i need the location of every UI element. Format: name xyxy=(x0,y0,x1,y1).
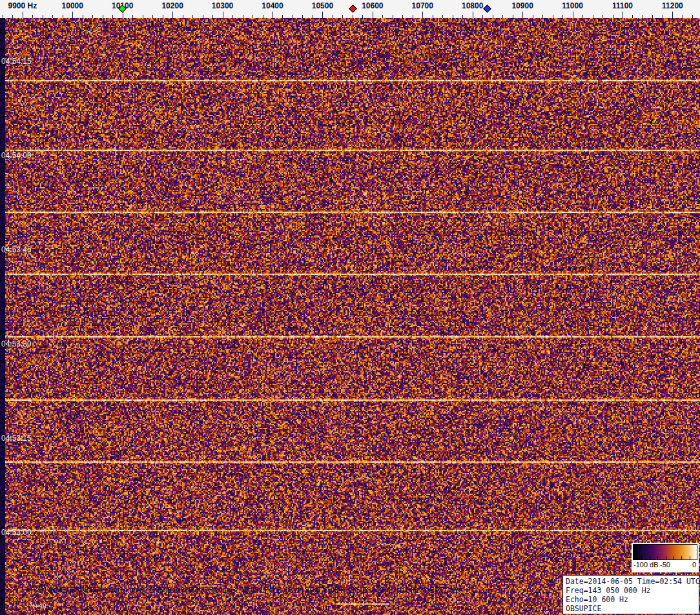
freq-tick-label: 9900 Hz xyxy=(8,1,37,10)
freq-tick-label: 11100 xyxy=(612,1,633,10)
freq-tick xyxy=(23,12,23,18)
freq-tick-label: 10800 xyxy=(462,1,483,10)
db-scale-ticks xyxy=(633,556,697,560)
freq-tick-label: 10700 xyxy=(412,1,433,10)
db-scale-labels: -100 dB -50 0 xyxy=(633,560,697,570)
freq-tick-label: 11200 xyxy=(662,1,683,10)
freq-tick-label: 10600 xyxy=(362,1,383,10)
freq-tick xyxy=(672,12,673,18)
time-label: 04:54:00 xyxy=(1,151,32,160)
freq-tick-label: 11000 xyxy=(562,1,583,10)
time-label: 04:53:15 xyxy=(1,434,32,443)
freq-tick-label: 10200 xyxy=(161,1,183,10)
freq-tick xyxy=(422,12,423,18)
freq-tick xyxy=(573,12,573,18)
freq-tick-label: 10000 xyxy=(62,1,83,10)
info-freq-line: Freq=143 050 000 Hz xyxy=(566,586,699,595)
frequency-axis: 9900 Hz100001010010200103001040010500106… xyxy=(0,0,700,18)
info-date-line: Date=2014-06-05 Time=02:54 UTC xyxy=(566,577,699,586)
time-label: 04:53:45 xyxy=(1,245,32,254)
info-station-line: OBSUPICE xyxy=(566,604,699,613)
waterfall-display[interactable] xyxy=(0,18,700,615)
observation-info-box: Date=2014-06-05 Time=02:54 UTC Freq=143 … xyxy=(562,575,699,614)
db-gradient-bar xyxy=(633,544,697,560)
freq-tick xyxy=(123,12,123,18)
freq-tick xyxy=(373,12,373,18)
freq-tick xyxy=(623,12,623,18)
db-label-max: 0 xyxy=(692,561,696,569)
freq-tick xyxy=(273,12,273,18)
db-label-min: -100 dB xyxy=(633,561,659,569)
freq-tick xyxy=(72,12,73,18)
db-scale-legend: -100 dB -50 0 xyxy=(632,543,699,572)
time-label: 04:54:15 xyxy=(1,57,32,66)
time-label: 04:53:30 xyxy=(1,339,32,348)
freq-tick xyxy=(322,12,323,18)
freq-tick-label: 10400 xyxy=(262,1,283,10)
detection-log-string: 20140605025249004 bCnt14 nb-82 f10598 bi… xyxy=(36,586,464,594)
freq-tick xyxy=(522,12,523,18)
status-footer-text: ^t+49 xyxy=(29,602,46,610)
spectrogram-app-window: 9900 Hz100001010010200103001040010500106… xyxy=(0,0,700,615)
db-label-mid: -50 xyxy=(660,561,670,569)
freq-tick xyxy=(473,12,473,18)
freq-tick-label: 10900 xyxy=(511,1,533,10)
info-echo-line: Echo=10 600 Hz xyxy=(566,595,699,604)
red-marker-diamond-icon[interactable] xyxy=(349,5,358,13)
freq-tick-label: 10300 xyxy=(212,1,233,10)
freq-tick xyxy=(223,12,223,18)
freq-tick-label: 10500 xyxy=(312,1,333,10)
waterfall-panel: 20140605025249004 bCnt14 nb-82 f10598 bi… xyxy=(0,18,700,615)
blue-marker-diamond-icon[interactable] xyxy=(483,5,491,13)
time-label: 04:53:00 xyxy=(1,528,32,537)
freq-tick xyxy=(172,12,173,18)
